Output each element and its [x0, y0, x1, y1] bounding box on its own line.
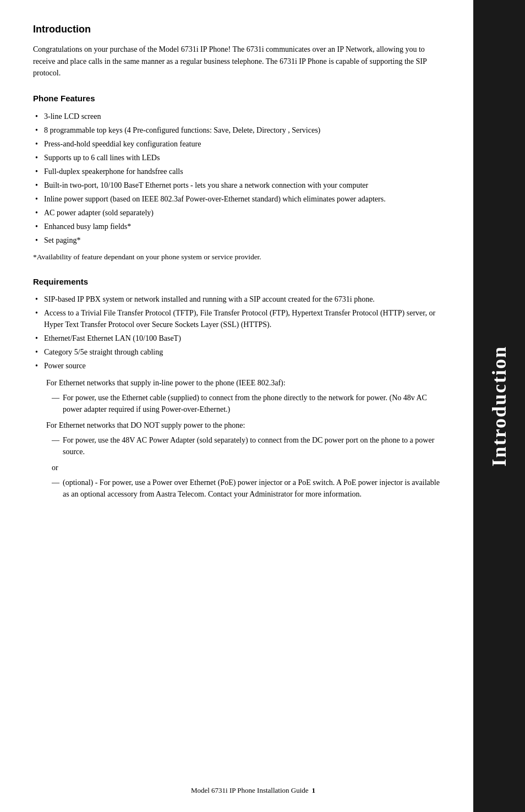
requirements-heading: Requirements — [33, 276, 440, 288]
list-item: Press-and-hold speeddial key configurati… — [33, 138, 440, 150]
list-item: Category 5/5e straight through cabling — [33, 346, 440, 358]
requirements-list: SIP-based IP PBX system or network insta… — [33, 293, 440, 372]
or-label: or — [52, 462, 440, 473]
list-item: 8 programmable top keys (4 Pre-configure… — [33, 124, 440, 136]
phone-features-heading: Phone Features — [33, 92, 440, 105]
list-item: Access to a Trivial File Transfer Protoc… — [33, 307, 440, 330]
footer-page-number: 1 — [312, 785, 316, 796]
features-footnote: *Availability of feature dependant on yo… — [33, 252, 440, 263]
power-item-3: — (optional) - For power, use a Power ov… — [46, 477, 440, 500]
dash-icon: — — [52, 477, 63, 500]
sidebar-tab: Introduction — [473, 0, 525, 812]
power-item-1: — For power, use the Ethernet cable (sup… — [46, 392, 440, 415]
list-item: Ethernet/Fast Ethernet LAN (10/100 BaseT… — [33, 333, 440, 344]
power-item-2: — For power, use the 48V AC Power Adapte… — [46, 434, 440, 457]
list-item: Power source — [33, 360, 440, 372]
power-item-3-text: (optional) - For power, use a Power over… — [63, 477, 440, 500]
list-item: Set paging* — [33, 235, 440, 246]
phone-features-list: 3-line LCD screen 8 programmable top key… — [33, 111, 440, 246]
footer-text: Model 6731i IP Phone Installation Guide — [191, 785, 309, 796]
power-section2-header: For Ethernet networks that DO NOT supply… — [46, 419, 440, 431]
intro-paragraph: Congratulations on your purchase of the … — [33, 43, 440, 79]
footer: Model 6731i IP Phone Installation Guide … — [33, 785, 473, 796]
list-item: Built-in two-port, 10/100 BaseT Ethernet… — [33, 179, 440, 191]
power-section1-header: For Ethernet networks that supply in-lin… — [46, 377, 440, 389]
dash-icon: — — [52, 392, 63, 415]
dash-icon: — — [52, 434, 63, 457]
list-item: SIP-based IP PBX system or network insta… — [33, 293, 440, 305]
list-item: Supports up to 6 call lines with LEDs — [33, 152, 440, 164]
list-item: Inline power support (based on IEEE 802.… — [33, 193, 440, 205]
list-item: AC power adapter (sold separately) — [33, 207, 440, 219]
power-item-1-text: For power, use the Ethernet cable (suppl… — [63, 392, 440, 415]
list-item: Enhanced busy lamp fields* — [33, 221, 440, 232]
list-item: 3-line LCD screen — [33, 111, 440, 122]
page-title: Introduction — [33, 22, 440, 37]
power-item-2-text: For power, use the 48V AC Power Adapter … — [63, 434, 440, 457]
sidebar-tab-label: Introduction — [484, 346, 514, 466]
power-source-section: For Ethernet networks that supply in-lin… — [33, 377, 440, 500]
list-item: Full-duplex speakerphone for handsfree c… — [33, 166, 440, 177]
